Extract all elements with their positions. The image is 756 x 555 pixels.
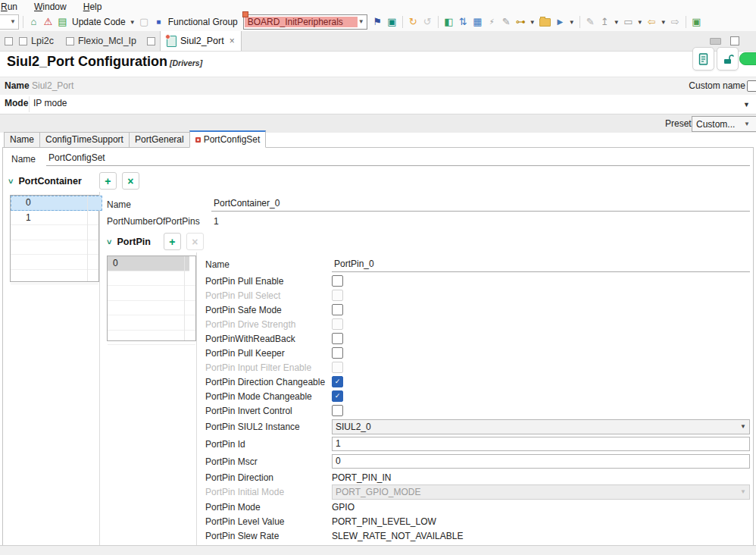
history-combo[interactable]: ▼ (0, 14, 19, 30)
tab-siul2-port[interactable]: Siul2_Port × (160, 31, 242, 51)
functional-group-select[interactable]: BOARD_InitPeripherals ▼ (243, 14, 367, 30)
tab-portconfigset[interactable]: PortConfigSet (189, 130, 267, 148)
minimized-view-icon[interactable] (5, 37, 13, 45)
window-caret[interactable]: ▼ (636, 19, 644, 26)
portpin-mscr-input[interactable]: 0 (332, 454, 750, 469)
console-icon[interactable]: ▣ (386, 14, 398, 30)
list-item[interactable] (108, 286, 195, 301)
with-readback-label: PortPinWithReadBack (205, 334, 332, 344)
document-icon (698, 53, 708, 65)
siul2-instance-select[interactable]: SIUL2_0 ▼ (332, 419, 750, 434)
tab-flexio-mcl-ip[interactable]: Flexio_Mcl_Ip (60, 31, 142, 51)
tab-lpi2c[interactable]: Lpi2c (13, 31, 60, 51)
list-item[interactable]: 1 (11, 211, 98, 226)
list-item[interactable] (108, 331, 195, 346)
preset-select[interactable]: Custom... ▼ (692, 116, 756, 132)
refresh-icon[interactable]: ↻ (407, 14, 420, 30)
home-icon[interactable]: ⌂ (27, 14, 40, 30)
tab-name[interactable]: Name (4, 132, 40, 148)
back-caret[interactable]: ▼ (660, 19, 667, 26)
collapse-icon[interactable]: ˅ (107, 237, 111, 246)
debug-attach-icon[interactable]: ⚡ (486, 14, 498, 30)
enable-toggle[interactable] (739, 52, 756, 65)
chevron-down-icon: ▼ (744, 121, 750, 127)
direction-changeable-checkbox[interactable]: ✓ (332, 376, 343, 387)
safe-mode-checkbox[interactable] (332, 304, 343, 315)
list-item[interactable] (11, 240, 98, 256)
update-code-caret[interactable]: ▼ (129, 19, 136, 26)
pull-enable-checkbox[interactable] (332, 275, 343, 287)
mode-changeable-checkbox[interactable]: ✓ (332, 390, 343, 402)
tab-label: Lpi2c (31, 36, 54, 46)
list-item[interactable]: 0 (11, 196, 102, 211)
plugin-icon[interactable]: ◧ (442, 14, 455, 30)
pull-keeper-checkbox[interactable] (332, 347, 343, 359)
close-icon[interactable]: × (230, 36, 235, 46)
update-code-button[interactable]: Update Code (72, 17, 126, 27)
custom-name-checkbox[interactable] (747, 80, 756, 92)
terminal-icon[interactable]: ▦ (471, 14, 484, 30)
menu-window[interactable]: Window (34, 2, 67, 12)
forward-icon[interactable]: ⇨ (669, 14, 682, 30)
tab-configtimesupport[interactable]: ConfigTimeSupport (39, 132, 130, 148)
back-icon[interactable]: ⇦ (645, 14, 658, 30)
field-row: PortPin Invert Control (205, 403, 750, 418)
chevron-down-icon[interactable]: ▼ (743, 101, 750, 108)
menu-run[interactable]: Run (1, 2, 17, 12)
list-item[interactable] (108, 315, 195, 331)
portnumberofportpins-label: PortNumberOfPortPins (107, 216, 200, 227)
new-window-icon[interactable]: ▣ (690, 14, 703, 30)
list-item[interactable]: 0 (108, 256, 189, 271)
slew-rate-label: PortPin Slew Rate (205, 531, 332, 541)
list-item[interactable] (11, 270, 98, 285)
board-view-icon[interactable]: ■ (152, 14, 165, 30)
mode-select-value[interactable]: IP mode (33, 98, 67, 108)
export-caret[interactable]: ▼ (613, 19, 620, 26)
window-icon[interactable]: ▭ (622, 14, 635, 30)
minimized-view-icon[interactable] (147, 37, 155, 45)
export-icon[interactable]: ↥ (598, 14, 611, 30)
launch-caret[interactable]: ▼ (568, 19, 576, 26)
maximize-icon[interactable] (730, 36, 739, 45)
undo-icon: ↺ (421, 14, 434, 30)
pull-enable-label: PortPin Pull Enable (205, 276, 332, 287)
direction-changeable-label: PortPin Direction Changeable (205, 377, 332, 387)
add-portcontainer-button[interactable]: + (99, 172, 117, 190)
portpin-fields: Name PortPin_0 PortPin Pull Enable PortP… (205, 256, 750, 543)
list-item[interactable] (108, 271, 195, 287)
list-item[interactable] (108, 301, 195, 316)
update-code-icon[interactable]: ▤ (56, 14, 69, 30)
launch-icon[interactable]: ▶ (554, 14, 567, 30)
invert-control-checkbox[interactable] (332, 405, 343, 416)
divider (196, 252, 197, 545)
tab-portgeneral[interactable]: PortGeneral (129, 132, 190, 148)
collapse-icon[interactable]: ˅ (8, 177, 13, 186)
flag-icon[interactable]: ⚑ (371, 14, 384, 30)
pencil-icon[interactable]: ✎ (500, 14, 513, 30)
portpin-name-input[interactable]: PortPin_0 (332, 257, 750, 272)
edit-icon[interactable]: ✎ (584, 14, 597, 30)
field-row: PortPin Mode GPIO (205, 500, 750, 514)
minimize-icon[interactable] (710, 38, 721, 45)
remove-portcontainer-button[interactable]: × (122, 172, 139, 190)
open-folder-icon[interactable] (539, 18, 551, 27)
unlock-button[interactable] (717, 47, 739, 71)
list-item[interactable] (11, 255, 98, 270)
chevron-down-icon: ▼ (737, 424, 749, 430)
with-readback-checkbox[interactable] (332, 333, 343, 344)
menu-help[interactable]: Help (83, 2, 102, 12)
sort-icon[interactable]: ⇅ (457, 14, 470, 30)
error-badge-icon (242, 11, 248, 17)
mode-row: Mode IP mode ▼ (0, 95, 756, 114)
key-icon[interactable]: ⊶ (514, 14, 527, 30)
siul2-instance-label: PortPin SIUL2 Instance (205, 422, 332, 432)
configset-name-input[interactable]: PortConfigSet (46, 151, 750, 166)
portcontainer-name-input[interactable]: PortContainer_0 (211, 196, 750, 212)
mode-label: Mode (5, 98, 28, 108)
error-marker-icon[interactable]: ⚠ (42, 14, 55, 30)
list-item[interactable] (11, 225, 98, 240)
key-caret[interactable]: ▼ (529, 19, 536, 26)
export-config-button[interactable] (692, 47, 714, 71)
portpin-id-input[interactable]: 1 (332, 437, 750, 451)
add-portpin-button[interactable]: + (164, 233, 181, 250)
